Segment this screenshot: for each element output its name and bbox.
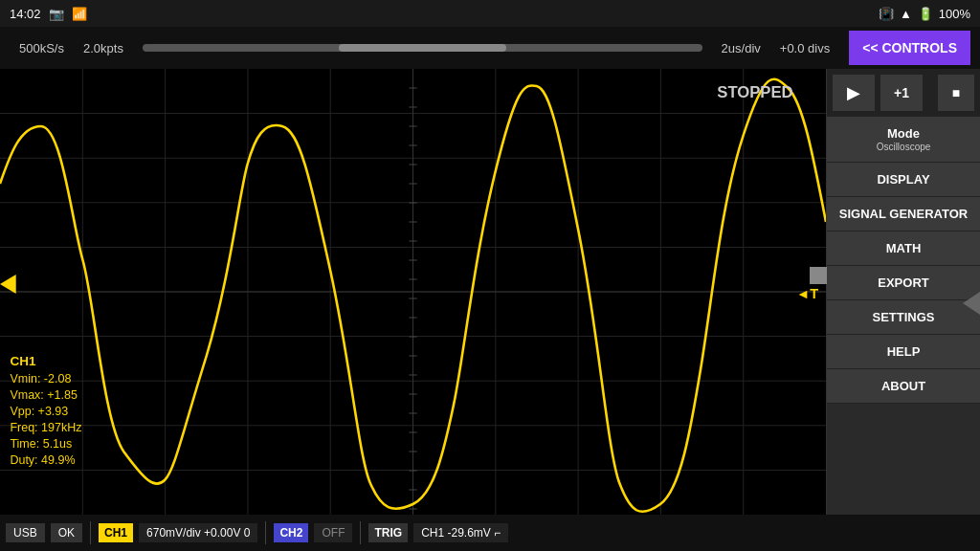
divider-1 [90, 521, 91, 544]
time-display: 14:02 [10, 7, 41, 21]
svg-text:Vmin: -2.08: Vmin: -2.08 [10, 372, 71, 386]
sample-rate: 500kS/s [10, 41, 74, 55]
ch1-label[interactable]: CH1 [99, 523, 133, 542]
scroll-handle[interactable] [810, 267, 827, 284]
rp-menu-item-3[interactable]: MATH [827, 231, 980, 266]
trig-label[interactable]: TRIG [368, 523, 408, 542]
playback-controls: ▶ +1 ■ [827, 69, 980, 117]
rp-menu-item-2[interactable]: SIGNAL GENERATOR [827, 197, 980, 231]
svg-text:Duty: 49.9%: Duty: 49.9% [10, 453, 75, 467]
svg-text:Vpp: +3.93: Vpp: +3.93 [10, 405, 68, 418]
trig-info: CH1 -29.6mV ⌐ [413, 523, 508, 542]
ch2-label[interactable]: CH2 [274, 523, 308, 542]
battery-percent: 100% [939, 7, 970, 21]
usb-button[interactable]: USB [6, 523, 45, 542]
controls-button[interactable]: << CONTROLS [849, 31, 970, 65]
ok-button[interactable]: OK [51, 523, 82, 542]
step-button[interactable]: +1 [880, 75, 923, 111]
status-bar: 14:02 📷 📶 📳 ▲ 🔋 100% [0, 0, 980, 27]
right-panel-menu: ModeOscilloscopeDISPLAYSIGNAL GENERATORM… [827, 117, 980, 404]
ch1-info: 670mV/div +0.00V 0 [139, 523, 257, 542]
rp-menu-item-0[interactable]: ModeOscilloscope [827, 117, 980, 163]
offset: +0.0 divs [770, 41, 839, 55]
right-panel: ▶ +1 ■ ModeOscilloscopeDISPLAYSIGNAL GEN… [827, 69, 980, 515]
slider-track [143, 44, 702, 52]
notification-icon: 📷 [49, 7, 64, 21]
top-bar: 500kS/s 2.0kpts 2us/div +0.0 divs << CON… [0, 27, 980, 69]
ch2-info: OFF [314, 523, 352, 542]
svg-text:Vmax: +1.85: Vmax: +1.85 [10, 388, 78, 402]
sim-icon: 📶 [72, 7, 87, 21]
rp-menu-item-1[interactable]: DISPLAY [827, 163, 980, 197]
scroll-arrow-right[interactable] [963, 292, 980, 315]
play-button[interactable]: ▶ [833, 75, 875, 111]
bottom-bar: USB OK CH1 670mV/div +0.00V 0 CH2 OFF TR… [0, 515, 980, 551]
rp-menu-item-4[interactable]: EXPORT [827, 266, 980, 300]
svg-text:◄T: ◄T [796, 286, 819, 301]
stop-button[interactable]: ■ [938, 75, 974, 111]
rp-menu-item-6[interactable]: HELP [827, 335, 980, 369]
rp-menu-item-5[interactable]: SETTINGS [827, 300, 980, 335]
wifi-icon: ▲ [900, 7, 912, 21]
divider-3 [360, 521, 361, 544]
oscilloscope-display: STOPPED ◄T CH1 Vmin: -2.08 Vmax: +1.85 V… [0, 69, 826, 515]
vibrate-icon: 📳 [879, 7, 894, 21]
svg-text:CH1: CH1 [10, 354, 36, 368]
svg-text:Time: 5.1us: Time: 5.1us [10, 437, 72, 451]
rp-menu-item-7[interactable]: ABOUT [827, 369, 980, 404]
battery-icon: 🔋 [918, 7, 933, 21]
scope-area[interactable]: STOPPED ◄T CH1 Vmin: -2.08 Vmax: +1.85 V… [0, 69, 827, 515]
time-div: 2us/div [712, 41, 770, 55]
main-content: STOPPED ◄T CH1 Vmin: -2.08 Vmax: +1.85 V… [0, 69, 980, 515]
svg-text:Freq: 197kHz: Freq: 197kHz [10, 421, 81, 434]
slider-thumb [339, 44, 506, 52]
buffer-size: 2.0kpts [74, 41, 133, 55]
time-slider[interactable] [133, 44, 712, 52]
svg-text:STOPPED: STOPPED [717, 83, 793, 100]
divider-2 [265, 521, 266, 544]
